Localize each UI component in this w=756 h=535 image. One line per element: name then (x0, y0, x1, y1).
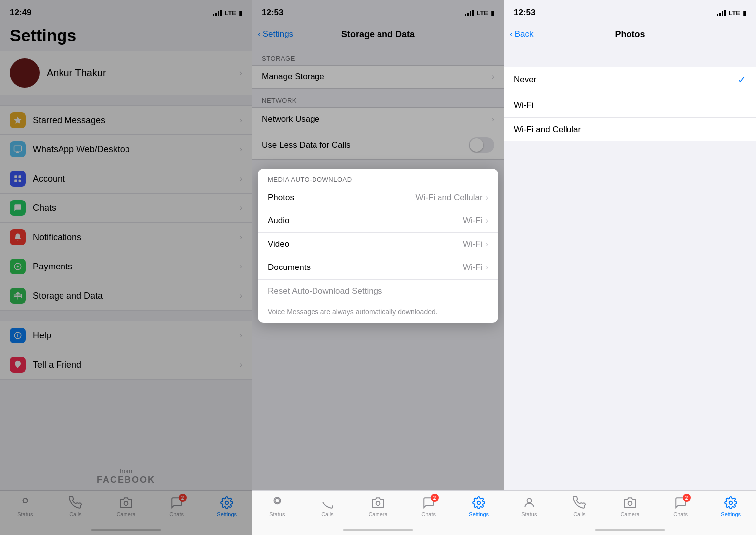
documents-value: Wi-Fi (463, 263, 483, 272)
camera-tab-icon-2 (372, 496, 384, 509)
video-row[interactable]: Video Wi-Fi › (258, 233, 498, 256)
video-arrow-icon: › (486, 240, 488, 249)
settings-item-friend[interactable]: Tell a Friend › (0, 350, 252, 380)
calls-tab-icon-3 (573, 496, 586, 509)
settings-item-starred[interactable]: Starred Messages › (0, 105, 252, 135)
tab-chats-3[interactable]: 2 Chats (655, 496, 706, 517)
chats-badge-1: 2 (179, 494, 187, 502)
photos-panel: 12:53 LTE ▮ ‹ Back Photos Never ✓ Wi-Fi (504, 0, 756, 535)
settings-item-notif[interactable]: Notifications › (0, 223, 252, 252)
tab-calls-1[interactable]: Calls (51, 496, 101, 517)
tab-camera-2[interactable]: Camera (353, 496, 403, 517)
mad-section-header: MEDIA AUTO-DOWNLOAD (258, 169, 498, 186)
svg-rect-0 (14, 146, 22, 151)
settings-tab-icon-3 (724, 496, 737, 509)
tab-status-label-3: Status (521, 511, 537, 517)
home-indicator-3 (595, 529, 665, 531)
photos-options-list: Never ✓ Wi-Fi Wi-Fi and Cellular (504, 67, 756, 141)
svg-rect-3 (14, 180, 17, 182)
option-wifi-cellular[interactable]: Wi-Fi and Cellular (504, 118, 756, 141)
reset-autodownload[interactable]: Reset Auto-Download Settings (258, 279, 498, 303)
tab-settings-2[interactable]: Settings (453, 496, 504, 517)
settings-tab-icon-2 (472, 496, 485, 509)
settings-item-help[interactable]: i Help › (0, 321, 252, 350)
settings-item-chats[interactable]: Chats › (0, 194, 252, 223)
lte-label: LTE (224, 9, 236, 17)
tab-settings-3[interactable]: Settings (705, 496, 756, 517)
settings-item-pay[interactable]: Payments › (0, 252, 252, 281)
tab-status-1[interactable]: Status (0, 496, 51, 517)
friend-icon (10, 357, 26, 373)
svg-point-19 (729, 501, 733, 505)
audio-row[interactable]: Audio Wi-Fi › (258, 209, 498, 233)
tab-camera-label-1: Camera (116, 511, 135, 517)
status-icon-wrap-2 (270, 496, 284, 510)
audio-arrow-icon: › (486, 216, 488, 225)
option-never[interactable]: Never ✓ (504, 67, 756, 93)
svg-point-10 (23, 498, 27, 503)
calls-icon-wrap (68, 496, 82, 510)
settings-item-account[interactable]: Account › (0, 164, 252, 194)
tab-camera-1[interactable]: Camera (101, 496, 151, 517)
pay-label: Payments (33, 262, 233, 272)
tab-chats-2[interactable]: 2 Chats (403, 496, 454, 517)
battery-icon-3: ▮ (743, 9, 746, 17)
profile-arrow-icon: › (239, 68, 242, 78)
tab-camera-label-3: Camera (620, 511, 639, 517)
home-indicator-2 (343, 529, 413, 531)
tab-chats-1[interactable]: 2 Chats (151, 496, 202, 517)
settings-tab-icon-wrap-2 (472, 496, 486, 510)
camera-icon-wrap-3 (623, 496, 637, 510)
footer-brand: FACEBOOK (0, 475, 252, 485)
help-label: Help (33, 331, 233, 341)
starred-icon (10, 112, 26, 128)
photos-label: Photos (268, 193, 416, 202)
help-icon: i (10, 328, 26, 343)
back-label-3: Back (515, 29, 534, 39)
tab-calls-label-1: Calls (69, 511, 81, 517)
profile-row[interactable]: Ankur Thakur › (0, 51, 252, 95)
notif-arrow-icon: › (240, 233, 242, 242)
camera-tab-icon-3 (624, 496, 636, 509)
svg-point-15 (376, 501, 380, 506)
wifi-label: Wi-Fi (514, 100, 746, 110)
never-checkmark: ✓ (738, 74, 746, 86)
page-title-settings: Settings (0, 22, 252, 51)
calls-icon-wrap-2 (320, 496, 334, 510)
calls-tab-icon-2 (321, 496, 334, 509)
svg-point-13 (275, 498, 279, 503)
camera-tab-icon (120, 496, 132, 509)
signal-icon-3 (717, 9, 726, 16)
tab-camera-label-2: Camera (368, 511, 387, 517)
signal-icon (213, 9, 222, 16)
tab-status-label-2: Status (269, 511, 285, 517)
friend-arrow-icon: › (240, 360, 242, 369)
tab-camera-3[interactable]: Camera (605, 496, 655, 517)
tab-status-3[interactable]: Status (504, 496, 555, 517)
settings-item-web[interactable]: WhatsApp Web/Desktop › (0, 135, 252, 164)
notif-icon (10, 229, 26, 245)
back-button-3[interactable]: ‹ Back (510, 29, 533, 39)
svg-text:i: i (17, 333, 19, 338)
photos-row[interactable]: Photos Wi-Fi and Cellular › (258, 186, 498, 209)
chats-arrow-icon: › (240, 203, 242, 212)
svg-point-16 (477, 501, 481, 505)
tab-calls-3[interactable]: Calls (555, 496, 605, 517)
wifi-cellular-label: Wi-Fi and Cellular (514, 125, 746, 134)
battery-icon: ▮ (239, 9, 242, 17)
tab-status-2[interactable]: Status (252, 496, 303, 517)
documents-row[interactable]: Documents Wi-Fi › (258, 256, 498, 279)
settings-item-storage[interactable]: Storage and Data › (0, 281, 252, 311)
option-wifi[interactable]: Wi-Fi (504, 93, 756, 118)
photos-value: Wi-Fi and Cellular (416, 193, 483, 202)
status-bar-3: 12:53 LTE ▮ (504, 0, 756, 22)
pay-arrow-icon: › (240, 262, 242, 271)
tab-calls-2[interactable]: Calls (303, 496, 353, 517)
status-icons-1: LTE ▮ (213, 9, 242, 17)
tab-settings-1[interactable]: Settings (201, 496, 252, 517)
tab-settings-label-1: Settings (217, 511, 237, 517)
starred-label: Starred Messages (33, 115, 233, 126)
status-icons-3: LTE ▮ (717, 9, 746, 17)
audio-value: Wi-Fi (463, 216, 483, 226)
chats-badge-2: 2 (431, 494, 439, 502)
